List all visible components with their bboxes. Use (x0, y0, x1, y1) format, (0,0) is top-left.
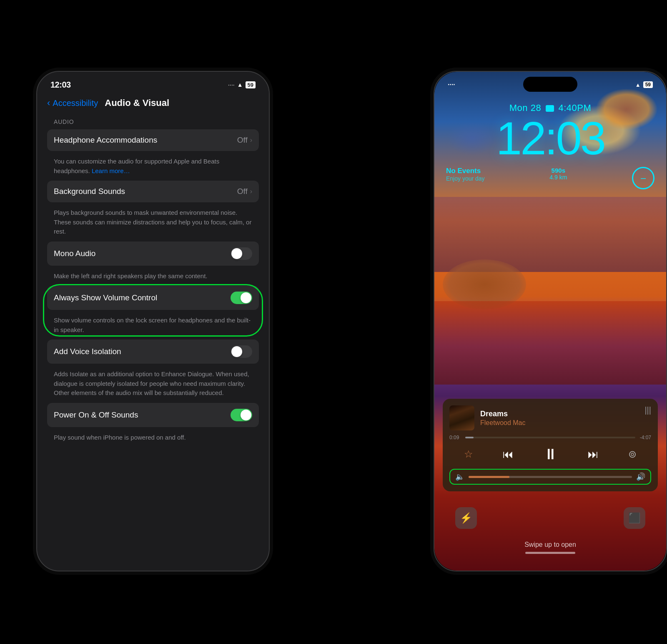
widget-distance-sub: 4.9 km (549, 174, 567, 181)
phone-right: ···· ▲ 59 Mon 28 4:40PM 12:03 No Events … (434, 71, 667, 571)
music-info: Dreams Fleetwood Mac (480, 410, 639, 427)
swipe-text: Swipe up to open (434, 541, 666, 548)
widget-events-title: No Events (446, 167, 485, 175)
music-player: Dreams Fleetwood Mac ||| 0:09 -4:07 ☆ ⏮ … (443, 399, 658, 491)
lock-wifi-icon: ▲ (635, 82, 641, 88)
rewind-button[interactable]: ⏮ (503, 448, 514, 461)
voice-isolation-row: Add Voice Isolation (47, 340, 259, 364)
background-sounds-value: Off › (237, 187, 252, 196)
widget-circle-minus: – (632, 167, 654, 189)
lock-status-dots: ···· (448, 81, 455, 88)
lock-status-icons: ▲ 59 (635, 81, 653, 88)
status-icons: ···· ▲ 59 (228, 81, 256, 88)
widget-events: No Events Enjoy your day (446, 167, 485, 182)
power-sounds-description: Play sound when iPhone is powered on and… (47, 430, 259, 448)
always-show-volume-description: Show volume controls on the lock screen … (47, 313, 259, 340)
swipe-line (525, 552, 575, 554)
lock-time-big: 12:03 (444, 115, 656, 162)
background-sounds-description: Plays background sounds to mask unwanted… (47, 206, 259, 242)
volume-fill (469, 476, 509, 478)
headphone-accommodations-row[interactable]: Headphone Accommodations Off › (47, 129, 259, 151)
lock-battery-icon: 59 (643, 81, 653, 88)
lock-bottom-icons: ⚡ ⬛ (434, 507, 666, 529)
camera-button[interactable]: ⬛ (624, 507, 645, 529)
headphone-accommodations-group: Headphone Accommodations Off › (47, 129, 259, 151)
volume-control[interactable]: 🔈 🔊 (449, 469, 651, 485)
toggle-knob (231, 248, 242, 259)
time-elapsed: 0:09 (449, 435, 462, 440)
toggle-knob (241, 410, 251, 420)
back-chevron-icon: ‹ (47, 98, 50, 108)
widget-distance: 590s 4.9 km (549, 167, 567, 181)
music-progress: 0:09 -4:07 (449, 435, 651, 440)
back-button[interactable]: ‹ Accessibility (47, 98, 98, 108)
chevron-icon: › (250, 188, 252, 195)
mono-audio-toggle[interactable] (231, 247, 252, 260)
nav-bar: ‹ Accessibility Audio & Visual (37, 94, 269, 115)
pause-button[interactable]: ⏸ (543, 445, 558, 463)
learn-more-link[interactable]: Learn more… (92, 167, 130, 174)
battery-icon: 59 (246, 81, 256, 88)
airplay-button[interactable]: ⊚ (628, 448, 637, 460)
background-sounds-label: Background Sounds (54, 187, 125, 196)
mono-audio-row: Mono Audio (47, 242, 259, 266)
voice-isolation-group: Add Voice Isolation (47, 340, 259, 364)
power-sounds-row: Power On & Off Sounds (47, 403, 259, 427)
volume-low-icon: 🔈 (455, 472, 464, 481)
camera-icon: ⬛ (628, 512, 641, 524)
minus-icon: – (641, 173, 646, 184)
power-sounds-group: Power On & Off Sounds (47, 403, 259, 427)
section-header-audio: AUDIO (54, 118, 259, 125)
mono-audio-group: Mono Audio (47, 242, 259, 266)
widget-events-sub: Enjoy your day (446, 175, 485, 182)
always-show-volume-toggle[interactable] (231, 292, 252, 304)
music-controls: ☆ ⏮ ⏸ ⏭ ⊚ (449, 445, 651, 463)
voice-isolation-description: Adds Isolate as an additional option to … (47, 367, 259, 403)
mono-audio-label: Mono Audio (54, 249, 95, 258)
music-artist: Fleetwood Mac (480, 419, 639, 427)
mono-audio-description: Make the left and right speakers play th… (47, 269, 259, 286)
favorite-button[interactable]: ☆ (464, 448, 473, 460)
background-sounds-row[interactable]: Background Sounds Off › (47, 181, 259, 202)
calendar-icon (546, 105, 554, 112)
flashlight-icon: ⚡ (460, 512, 472, 524)
music-title: Dreams (480, 410, 639, 418)
fast-forward-button[interactable]: ⏭ (588, 448, 599, 461)
toggle-knob (241, 292, 251, 303)
always-show-volume-group: Always Show Volume Control (47, 286, 259, 310)
waveform-icon: ||| (644, 405, 651, 415)
back-label[interactable]: Accessibility (53, 98, 98, 108)
voice-isolation-toggle[interactable] (231, 345, 252, 358)
swipe-indicator: Swipe up to open (434, 541, 666, 554)
lock-screen-content: Mon 28 4:40PM 12:03 No Events Enjoy your… (434, 103, 666, 189)
always-show-volume-container: Always Show Volume Control Show volume c… (47, 286, 259, 340)
album-art-image (449, 405, 474, 430)
toggle-knob (231, 346, 242, 357)
always-show-volume-row: Always Show Volume Control (47, 286, 259, 310)
status-time: 12:03 (50, 80, 71, 90)
volume-high-icon: 🔊 (636, 472, 645, 481)
power-sounds-label: Power On & Off Sounds (54, 410, 138, 420)
wifi-icon: ▲ (237, 81, 243, 88)
status-bar: 12:03 ···· ▲ 59 (37, 72, 269, 94)
phone-left: 12:03 ···· ▲ 59 ‹ Accessibility Audio & … (36, 71, 270, 571)
chevron-icon: › (250, 136, 252, 144)
progress-track[interactable] (465, 437, 635, 438)
settings-content: AUDIO Headphone Accommodations Off › You… (37, 115, 269, 447)
widget-distance-main: 590s (549, 167, 567, 174)
lock-widgets: No Events Enjoy your day 590s 4.9 km – (444, 167, 656, 189)
signal-icon: ···· (228, 81, 235, 88)
flashlight-button[interactable]: ⚡ (455, 507, 477, 529)
headphone-accommodations-label: Headphone Accommodations (54, 136, 157, 145)
power-sounds-toggle[interactable] (231, 409, 252, 421)
voice-isolation-label: Add Voice Isolation (54, 347, 121, 356)
album-art (449, 405, 474, 430)
volume-bar[interactable] (469, 476, 632, 478)
background-sounds-group: Background Sounds Off › (47, 181, 259, 202)
lock-date: Mon 28 4:40PM (509, 103, 591, 113)
music-top: Dreams Fleetwood Mac ||| (449, 405, 651, 430)
headphone-description: You can customize the audio for supporte… (47, 154, 259, 181)
dynamic-island (523, 77, 577, 92)
headphone-accommodations-value: Off › (237, 136, 252, 145)
foreground-overlay (434, 301, 666, 385)
